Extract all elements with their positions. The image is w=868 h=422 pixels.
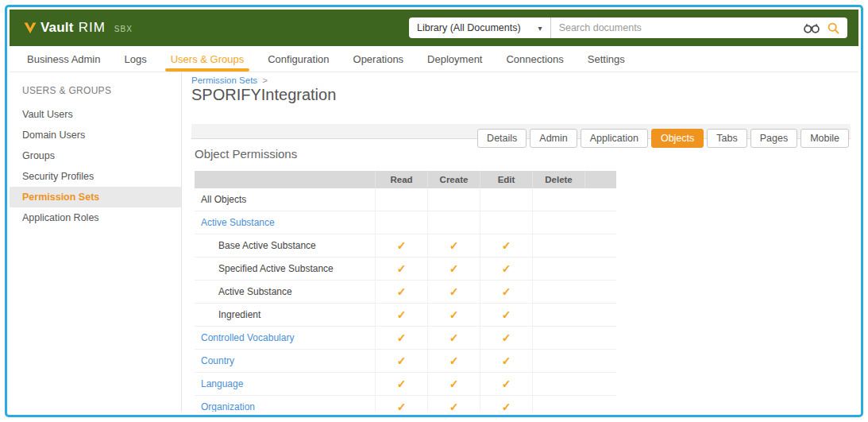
page-title: SPORIFYIntegration [191,86,851,104]
logo-vault-text: Vault [41,20,74,36]
breadcrumb: Permission Sets > [191,75,851,85]
object-label-active-substance[interactable]: Active Substance [195,211,375,234]
check-icon: ✓ [397,308,407,321]
object-label-country[interactable]: Country [195,350,375,372]
table-row: Controlled Vocabulary✓✓✓ [195,327,616,350]
column-header-read: Read [375,171,427,188]
object-label-active-substance: Active Substance [195,281,375,303]
check-icon: ✓ [502,308,511,321]
object-label-language[interactable]: Language [195,373,375,395]
check-icon: ✓ [449,262,459,275]
nav-item-business-admin[interactable]: Business Admin [27,46,101,72]
object-label-ingredient: Ingredient [195,304,375,326]
check-icon: ✓ [502,401,511,412]
perm-cell-ingredient-read: ✓ [375,304,427,326]
perm-cell-spacer [584,327,616,349]
breadcrumb-link-permission-sets[interactable]: Permission Sets [191,75,257,85]
check-icon: ✓ [397,354,407,367]
table-row: Country✓✓✓ [195,350,616,373]
tab-application[interactable]: Application [581,129,648,148]
sidebar: USERS & GROUPS Vault UsersDomain UsersGr… [10,72,182,412]
sidebar-item-security-profiles[interactable]: Security Profiles [10,166,181,187]
main-content: Permission Sets > SPORIFYIntegration Det… [182,72,858,412]
nav-item-configuration[interactable]: Configuration [268,46,329,72]
check-icon: ✓ [502,239,511,252]
tab-admin[interactable]: Admin [530,129,577,148]
check-icon: ✓ [397,377,407,390]
sidebar-item-permission-sets[interactable]: Permission Sets [10,187,181,207]
perm-cell-controlled-vocabulary-edit: ✓ [480,327,532,349]
perm-cell-active-substance-read: ✓ [375,281,427,303]
perm-cell-spacer [584,350,616,372]
app-header: Vault RIM SBX Library (All Documents) ▾ [10,10,858,46]
logo-product-text: RIM [79,20,106,36]
perm-cell-language-edit: ✓ [480,373,532,395]
table-row: Base Active Substance✓✓✓ [195,234,616,257]
nav-item-deployment[interactable]: Deployment [427,46,482,72]
perm-cell-organization-edit: ✓ [480,396,532,412]
object-label-organization[interactable]: Organization [195,396,375,412]
perm-cell-country-delete [532,350,584,372]
perm-cell-all-objects-edit [480,188,532,211]
perm-cell-active-substance-delete [532,281,584,303]
column-header-object [195,171,375,188]
perm-cell-specified-active-substance-create: ✓ [427,257,480,280]
perm-cell-language-create: ✓ [427,373,480,395]
tab-mobile[interactable]: Mobile [800,129,849,148]
sidebar-item-application-roles[interactable]: Application Roles [10,207,181,228]
vault-app-window: Vault RIM SBX Library (All Documents) ▾ [10,10,858,412]
tab-details[interactable]: Details [477,129,527,148]
sidebar-item-groups[interactable]: Groups [10,145,181,166]
perm-cell-specified-active-substance-read: ✓ [375,257,427,280]
perm-cell-spacer [584,188,616,211]
nav-item-settings[interactable]: Settings [588,46,625,72]
object-label-specified-active-substance: Specified Active Substance [195,257,375,280]
check-icon: ✓ [397,331,407,344]
perm-cell-controlled-vocabulary-create: ✓ [427,327,480,349]
nav-item-operations[interactable]: Operations [353,46,404,72]
object-label-base-active-substance: Base Active Substance [195,234,375,257]
logo-env-badge: SBX [114,25,133,33]
search-icon[interactable] [827,22,839,34]
nav-item-connections[interactable]: Connections [506,46,563,72]
nav-item-users-groups[interactable]: Users & Groups [171,46,244,72]
advanced-search-binoculars-icon[interactable] [804,23,820,33]
search-input[interactable] [551,22,796,33]
check-icon: ✓ [449,354,459,367]
perm-cell-spacer [584,281,616,303]
perm-cell-spacer [584,257,616,280]
perm-cell-spacer [584,234,616,257]
tab-objects[interactable]: Objects [651,129,704,148]
perm-cell-specified-active-substance-delete [532,257,584,280]
object-label-controlled-vocabulary[interactable]: Controlled Vocabulary [195,327,375,349]
check-icon: ✓ [397,239,407,252]
check-icon: ✓ [449,239,459,252]
check-icon: ✓ [502,262,511,275]
sidebar-item-vault-users[interactable]: Vault Users [10,104,181,125]
perm-cell-spacer [584,396,616,412]
table-row: Active Substance✓✓✓ [195,281,616,304]
chevron-down-icon: ▾ [538,24,542,33]
search-scope-dropdown[interactable]: Library (All Documents) ▾ [409,17,551,38]
perm-cell-active-substance-edit [480,211,532,234]
tab-tabs[interactable]: Tabs [707,129,746,148]
tab-pages[interactable]: Pages [750,129,797,148]
perm-cell-active-substance-create [427,211,480,234]
perm-cell-all-objects-delete [532,188,584,211]
perm-cell-spacer [584,211,616,234]
perm-cell-base-active-substance-create: ✓ [427,234,480,257]
global-search-bar: Library (All Documents) ▾ [409,17,847,38]
check-icon: ✓ [449,331,459,344]
nav-item-logs[interactable]: Logs [125,46,147,72]
vault-logo[interactable]: Vault RIM SBX [24,20,133,36]
perm-cell-organization-read: ✓ [375,396,427,412]
table-row: Language✓✓✓ [195,373,616,396]
column-header-delete: Delete [532,171,584,188]
check-icon: ✓ [502,331,511,344]
perm-cell-active-substance-delete [532,211,584,234]
column-header-edit: Edit [480,171,532,188]
perm-cell-spacer [584,373,616,395]
check-icon: ✓ [502,285,511,298]
perm-cell-controlled-vocabulary-read: ✓ [375,327,427,349]
sidebar-item-domain-users[interactable]: Domain Users [10,125,181,145]
